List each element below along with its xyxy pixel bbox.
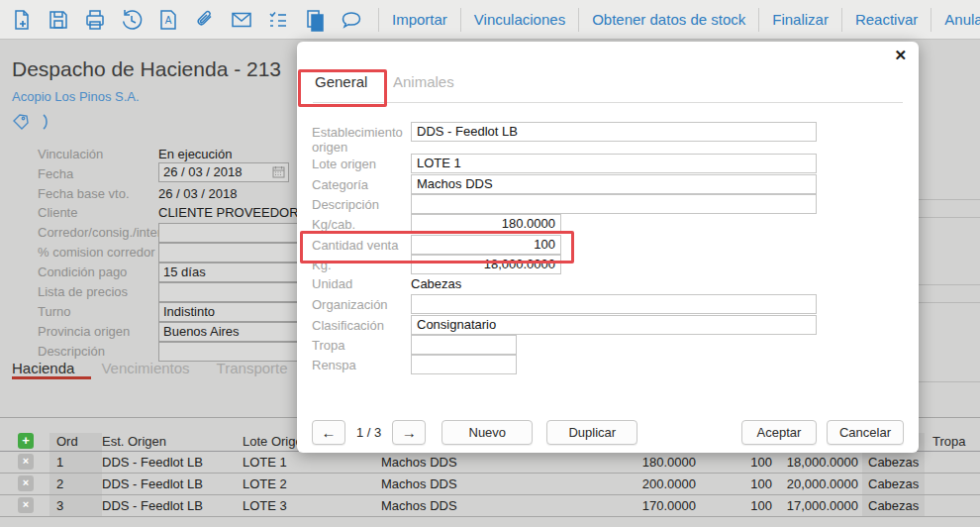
tab-hacienda[interactable]: Hacienda: [12, 360, 74, 376]
cell-kg: 18,000.0000: [749, 455, 858, 470]
delete-row-icon[interactable]: ×: [18, 454, 34, 470]
field-label: Kg/cab.: [312, 217, 409, 232]
cell-ord: 1: [56, 455, 63, 470]
cancelar-button[interactable]: Cancelar: [827, 420, 904, 445]
menu-item-reactivar[interactable]: Reactivar: [844, 11, 929, 28]
lote-origen-input[interactable]: LOTE 1: [411, 154, 817, 173]
cell-est-origen: DDS - Feedlot LB: [102, 476, 203, 491]
tab-transporte[interactable]: Transporte: [217, 360, 288, 376]
categoria-input[interactable]: Machos DDS: [411, 174, 817, 194]
tag-icon[interactable]: [12, 113, 30, 135]
field-lista-precios: Lista de precios: [0, 282, 327, 302]
table-row[interactable]: × 3 DDS - Feedlot LB LOTE 3 Machos DDS 1…: [0, 495, 980, 517]
field-label: Lista de precios: [38, 284, 128, 299]
next-record-button[interactable]: →: [392, 420, 426, 445]
company-link[interactable]: Acopio Los Pinos S.A.: [12, 89, 140, 104]
tab-vencimientos[interactable]: Vencimientos: [101, 360, 189, 376]
cell-kg-cab: 200.0000: [594, 476, 696, 491]
cantidad-venta-input[interactable]: 100: [411, 235, 561, 255]
lista-precios-input[interactable]: [158, 282, 317, 302]
menu-item-obtener-datos-stock[interactable]: Obtener datos de stock: [581, 11, 756, 28]
field-label: Condición pago: [38, 264, 127, 279]
delete-row-icon[interactable]: ×: [18, 497, 34, 513]
renspa-input[interactable]: [411, 355, 517, 374]
menu-item-finalizar[interactable]: Finalizar: [761, 11, 839, 28]
field-label: Corredor/consig./interm.: [38, 225, 175, 240]
organizacion-input[interactable]: [411, 294, 817, 314]
menu-item-anular[interactable]: Anular: [933, 11, 980, 28]
comision-input[interactable]: [158, 243, 317, 263]
cell-est-origen: DDS - Feedlot LB: [102, 455, 203, 470]
menu-item-importar[interactable]: Importar: [381, 11, 458, 28]
calendar-icon[interactable]: [272, 165, 285, 182]
cell-ord: 2: [56, 476, 63, 491]
close-icon[interactable]: ✕: [894, 47, 907, 64]
toolbar-separator: [460, 8, 461, 32]
cell-categoria: Machos DDS: [381, 476, 457, 491]
col-header-tropa[interactable]: Tropa: [932, 434, 965, 449]
chevron-right-icon[interactable]: [42, 114, 51, 134]
col-header-ord[interactable]: Ord: [56, 434, 78, 449]
provincia-origen-input[interactable]: Buenos Aires: [158, 322, 317, 342]
delete-row-icon[interactable]: ×: [18, 475, 34, 491]
field-label: Fecha: [38, 166, 73, 181]
toolbar-separator: [931, 8, 931, 32]
field-fecha-base-vto: Fecha base vto. 26 / 03 / 2018: [0, 184, 327, 204]
corredor-input[interactable]: [158, 223, 317, 243]
field-comision: % comision corredor: [0, 243, 327, 263]
field-value: En ejecución: [158, 147, 232, 161]
modal-tab-general[interactable]: General: [315, 73, 367, 90]
field-label: Vinculación: [38, 147, 103, 161]
nuevo-button[interactable]: Nuevo: [441, 420, 533, 445]
email-icon[interactable]: [230, 8, 253, 32]
print-icon[interactable]: [83, 8, 107, 32]
svg-text:A: A: [165, 15, 172, 26]
new-document-icon[interactable]: [10, 8, 34, 32]
field-cliente: Cliente CLIENTE PROVEEDOR DE: [0, 203, 327, 223]
field-label: Descripción: [312, 197, 409, 212]
kg-input[interactable]: 18,000.0000: [411, 255, 561, 274]
modal-tab-divider: [313, 102, 903, 103]
descripcion-input[interactable]: [158, 342, 317, 362]
document-preview-icon[interactable]: A: [156, 8, 180, 32]
turno-input[interactable]: Indistinto: [158, 302, 317, 322]
detail-modal: ✕ General Animales Establecimiento orige…: [297, 42, 919, 453]
attachment-icon[interactable]: [193, 8, 217, 32]
menu-item-vinculaciones[interactable]: Vinculaciones: [463, 11, 576, 28]
field-descripcion: Descripción: [0, 342, 327, 362]
field-corredor: Corredor/consig./interm.: [0, 223, 327, 243]
condicion-pago-input[interactable]: 15 días: [158, 263, 317, 282]
kg-cab-input[interactable]: 180.0000: [411, 214, 561, 234]
add-row-button[interactable]: +: [18, 433, 34, 449]
establecimiento-origen-input[interactable]: DDS - Feedlot LB: [411, 122, 817, 142]
history-icon[interactable]: [120, 8, 144, 32]
field-condicion-pago: Condición pago 15 días: [0, 263, 327, 282]
col-header-est-origen[interactable]: Est. Origen: [102, 434, 166, 449]
checklist-icon[interactable]: [266, 8, 290, 32]
cell-categoria: Machos DDS: [381, 498, 457, 513]
table-row[interactable]: × 1 DDS - Feedlot LB LOTE 1 Machos DDS 1…: [0, 452, 980, 474]
tropa-input[interactable]: [411, 335, 517, 355]
copy-icon[interactable]: [303, 8, 327, 32]
toolbar-separator: [578, 8, 579, 32]
modal-tab-animales[interactable]: Animales: [393, 73, 454, 90]
cell-unidad: Cabezas: [868, 455, 919, 470]
field-label: Turno: [38, 304, 70, 319]
toolbar-separator: [841, 8, 842, 32]
descripcion-modal-input[interactable]: [411, 194, 817, 214]
field-fecha: Fecha 26 / 03 / 2018: [0, 162, 327, 182]
cell-kg-cab: 170.0000: [594, 498, 696, 513]
duplicar-button[interactable]: Duplicar: [546, 420, 637, 445]
clasificacion-input[interactable]: Consignatario: [411, 315, 817, 335]
save-icon[interactable]: [47, 8, 70, 32]
prev-record-button[interactable]: ←: [312, 420, 345, 445]
active-tab-underline: [12, 376, 91, 379]
cell-est-origen: DDS - Feedlot LB: [102, 498, 203, 513]
aceptar-button[interactable]: Aceptar: [741, 420, 817, 445]
comment-icon[interactable]: [340, 8, 363, 32]
cell-unidad: Cabezas: [868, 498, 919, 513]
fecha-date-input[interactable]: 26 / 03 / 2018: [158, 162, 289, 182]
table-row[interactable]: × 2 DDS - Feedlot LB LOTE 2 Machos DDS 2…: [0, 474, 980, 495]
toolbar-separator: [758, 8, 759, 32]
page-title: Despacho de Hacienda - 213: [12, 57, 281, 81]
